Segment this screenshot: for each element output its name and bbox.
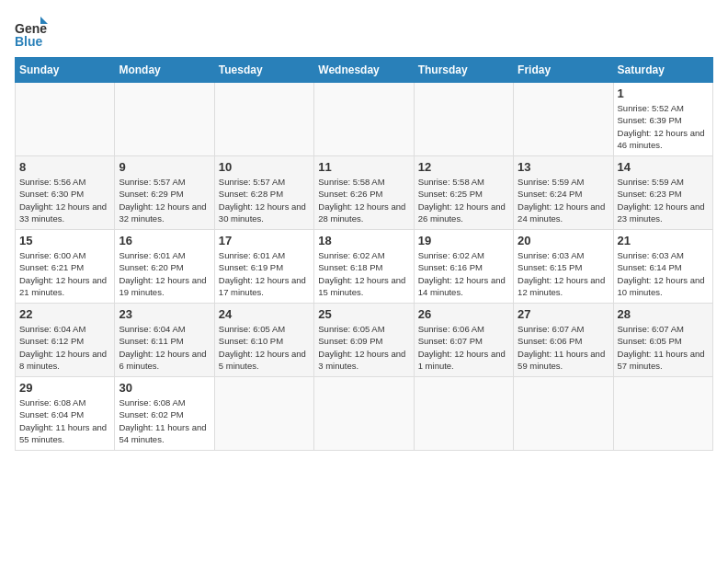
day-info: Sunrise: 6:03 AMSunset: 6:15 PMDaylight:…	[518, 249, 609, 298]
day-number: 29	[19, 381, 110, 395]
day-number: 15	[19, 234, 110, 247]
day-info: Sunrise: 6:05 AMSunset: 6:09 PMDaylight:…	[318, 323, 409, 372]
calendar-day-cell: 11Sunrise: 5:58 AMSunset: 6:26 PMDayligh…	[314, 156, 414, 230]
day-number: 21	[618, 234, 709, 247]
day-number: 10	[219, 160, 310, 174]
calendar-day-cell	[314, 377, 414, 451]
day-info: Sunrise: 5:56 AMSunset: 6:30 PMDaylight:…	[19, 176, 110, 224]
calendar-day-header: Monday	[115, 58, 214, 83]
calendar-day-header: Wednesday	[314, 58, 414, 83]
calendar-day-cell	[16, 83, 115, 156]
calendar-day-cell: 19Sunrise: 6:02 AMSunset: 6:16 PMDayligh…	[414, 230, 513, 304]
day-number: 13	[518, 160, 609, 174]
calendar-day-cell: 14Sunrise: 5:59 AMSunset: 6:23 PMDayligh…	[613, 156, 712, 230]
calendar-day-cell: 26Sunrise: 6:06 AMSunset: 6:07 PMDayligh…	[414, 304, 513, 377]
svg-text:Blue: Blue	[15, 34, 43, 48]
day-info: Sunrise: 5:59 AMSunset: 6:23 PMDaylight:…	[618, 176, 709, 224]
calendar-day-cell: 17Sunrise: 6:01 AMSunset: 6:19 PMDayligh…	[214, 230, 313, 304]
calendar-day-header: Thursday	[414, 58, 513, 83]
day-info: Sunrise: 5:52 AMSunset: 6:39 PMDaylight:…	[618, 102, 709, 151]
calendar-week-row: 29Sunrise: 6:08 AMSunset: 6:04 PMDayligh…	[16, 377, 713, 451]
calendar-body: 1Sunrise: 5:52 AMSunset: 6:39 PMDaylight…	[16, 83, 713, 451]
day-info: Sunrise: 6:04 AMSunset: 6:11 PMDaylight:…	[119, 323, 210, 372]
day-number: 19	[418, 234, 509, 247]
page-header: General Blue	[15, 15, 713, 48]
day-number: 26	[418, 307, 509, 321]
day-info: Sunrise: 6:06 AMSunset: 6:07 PMDaylight:…	[418, 323, 509, 372]
day-number: 27	[518, 307, 609, 321]
day-number: 25	[318, 307, 409, 321]
day-info: Sunrise: 6:08 AMSunset: 6:02 PMDaylight:…	[119, 396, 210, 445]
day-number: 9	[119, 160, 210, 174]
day-info: Sunrise: 5:57 AMSunset: 6:28 PMDaylight:…	[219, 176, 310, 224]
day-info: Sunrise: 6:05 AMSunset: 6:10 PMDaylight:…	[219, 323, 310, 372]
day-number: 30	[119, 381, 210, 395]
calendar-day-cell: 13Sunrise: 5:59 AMSunset: 6:24 PMDayligh…	[514, 156, 613, 230]
calendar-day-cell	[314, 83, 414, 156]
calendar-day-cell: 22Sunrise: 6:04 AMSunset: 6:12 PMDayligh…	[16, 304, 115, 377]
day-number: 22	[19, 307, 110, 321]
calendar-day-header: Saturday	[613, 58, 712, 83]
day-info: Sunrise: 5:58 AMSunset: 6:26 PMDaylight:…	[318, 176, 409, 224]
calendar-day-cell: 24Sunrise: 6:05 AMSunset: 6:10 PMDayligh…	[214, 304, 313, 377]
calendar-day-cell: 23Sunrise: 6:04 AMSunset: 6:11 PMDayligh…	[115, 304, 214, 377]
calendar-week-row: 1Sunrise: 5:52 AMSunset: 6:39 PMDaylight…	[16, 83, 713, 156]
day-info: Sunrise: 6:03 AMSunset: 6:14 PMDaylight:…	[618, 249, 709, 298]
day-number: 18	[318, 234, 409, 247]
calendar-day-cell	[514, 83, 613, 156]
calendar-day-cell	[214, 377, 313, 451]
calendar-day-cell: 30Sunrise: 6:08 AMSunset: 6:02 PMDayligh…	[115, 377, 214, 451]
calendar-day-cell	[414, 377, 513, 451]
calendar-day-cell: 21Sunrise: 6:03 AMSunset: 6:14 PMDayligh…	[613, 230, 712, 304]
calendar-day-cell	[414, 83, 513, 156]
day-number: 12	[418, 160, 509, 174]
calendar-day-cell: 1Sunrise: 5:52 AMSunset: 6:39 PMDaylight…	[613, 83, 712, 156]
day-number: 1	[618, 86, 709, 100]
day-info: Sunrise: 6:04 AMSunset: 6:12 PMDaylight:…	[19, 323, 110, 372]
day-info: Sunrise: 5:57 AMSunset: 6:29 PMDaylight:…	[119, 176, 210, 224]
svg-marker-2	[40, 17, 48, 24]
day-number: 16	[119, 234, 210, 247]
day-number: 20	[518, 234, 609, 247]
day-number: 8	[19, 160, 110, 174]
calendar-day-cell	[514, 377, 613, 451]
day-info: Sunrise: 6:02 AMSunset: 6:18 PMDaylight:…	[318, 249, 409, 298]
day-number: 17	[219, 234, 310, 247]
day-info: Sunrise: 5:59 AMSunset: 6:24 PMDaylight:…	[518, 176, 609, 224]
calendar-day-cell	[214, 83, 313, 156]
calendar-day-cell: 27Sunrise: 6:07 AMSunset: 6:06 PMDayligh…	[514, 304, 613, 377]
calendar-day-cell	[613, 377, 712, 451]
calendar-day-cell: 20Sunrise: 6:03 AMSunset: 6:15 PMDayligh…	[514, 230, 613, 304]
day-number: 28	[618, 307, 709, 321]
logo: General Blue	[15, 15, 51, 48]
day-number: 11	[318, 160, 409, 174]
day-info: Sunrise: 6:00 AMSunset: 6:21 PMDaylight:…	[19, 249, 110, 298]
day-info: Sunrise: 6:01 AMSunset: 6:20 PMDaylight:…	[119, 249, 210, 298]
calendar-week-row: 8Sunrise: 5:56 AMSunset: 6:30 PMDaylight…	[16, 156, 713, 230]
day-info: Sunrise: 6:07 AMSunset: 6:05 PMDaylight:…	[618, 323, 709, 372]
day-number: 14	[618, 160, 709, 174]
calendar-day-cell: 16Sunrise: 6:01 AMSunset: 6:20 PMDayligh…	[115, 230, 214, 304]
calendar-day-header: Tuesday	[214, 58, 313, 83]
calendar-week-row: 15Sunrise: 6:00 AMSunset: 6:21 PMDayligh…	[16, 230, 713, 304]
calendar-day-cell: 28Sunrise: 6:07 AMSunset: 6:05 PMDayligh…	[613, 304, 712, 377]
calendar-day-cell: 9Sunrise: 5:57 AMSunset: 6:29 PMDaylight…	[115, 156, 214, 230]
calendar-day-cell: 12Sunrise: 5:58 AMSunset: 6:25 PMDayligh…	[414, 156, 513, 230]
day-info: Sunrise: 6:02 AMSunset: 6:16 PMDaylight:…	[418, 249, 509, 298]
day-number: 23	[119, 307, 210, 321]
day-info: Sunrise: 6:01 AMSunset: 6:19 PMDaylight:…	[219, 249, 310, 298]
calendar-day-cell: 25Sunrise: 6:05 AMSunset: 6:09 PMDayligh…	[314, 304, 414, 377]
calendar-day-cell	[115, 83, 214, 156]
day-number: 24	[219, 307, 310, 321]
calendar-header-row: SundayMondayTuesdayWednesdayThursdayFrid…	[16, 58, 713, 83]
day-info: Sunrise: 5:58 AMSunset: 6:25 PMDaylight:…	[418, 176, 509, 224]
calendar-day-cell: 8Sunrise: 5:56 AMSunset: 6:30 PMDaylight…	[16, 156, 115, 230]
calendar-table: SundayMondayTuesdayWednesdayThursdayFrid…	[15, 57, 713, 451]
calendar-day-cell: 15Sunrise: 6:00 AMSunset: 6:21 PMDayligh…	[16, 230, 115, 304]
calendar-day-cell: 18Sunrise: 6:02 AMSunset: 6:18 PMDayligh…	[314, 230, 414, 304]
day-info: Sunrise: 6:08 AMSunset: 6:04 PMDaylight:…	[19, 396, 110, 445]
logo-icon: General Blue	[15, 15, 48, 48]
calendar-day-cell: 10Sunrise: 5:57 AMSunset: 6:28 PMDayligh…	[214, 156, 313, 230]
calendar-day-header: Friday	[514, 58, 613, 83]
calendar-day-cell: 29Sunrise: 6:08 AMSunset: 6:04 PMDayligh…	[16, 377, 115, 451]
